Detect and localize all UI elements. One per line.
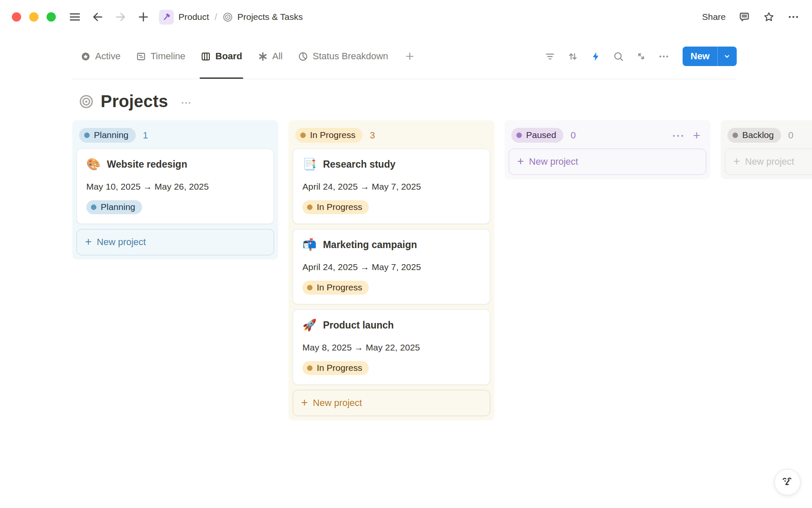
board-column-planning: Planning1🎨Website redesignMay 10, 2025 →… xyxy=(72,120,278,260)
tab-label: Active xyxy=(95,51,121,62)
tab-board[interactable]: Board xyxy=(200,34,242,79)
tab-active[interactable]: Active xyxy=(80,34,121,79)
column-label: In Progress xyxy=(310,130,355,140)
new-project-label: New project xyxy=(745,156,794,167)
new-page-icon[interactable] xyxy=(137,11,150,23)
status-dot-icon xyxy=(91,204,96,210)
card-title-row: 🚀Product launch xyxy=(302,319,480,331)
star-circle-icon xyxy=(80,51,91,62)
minimize-window-button[interactable] xyxy=(29,12,38,22)
column-more-icon[interactable]: ⋯ xyxy=(672,129,684,142)
pie-chart-icon xyxy=(298,51,308,62)
column-status-pill[interactable]: Paused xyxy=(511,128,563,143)
column-status-pill[interactable]: Backlog xyxy=(727,128,781,143)
projects-bullseye-icon xyxy=(79,94,94,109)
breadcrumb-page[interactable]: Projects & Tasks xyxy=(237,12,303,22)
project-card[interactable]: 🎨Website redesignMay 10, 2025 → May 26, … xyxy=(77,149,274,224)
column-header-actions: ⋯+ xyxy=(672,129,703,142)
card-title: Website redesign xyxy=(107,159,187,170)
tab-label: Board xyxy=(215,51,242,62)
add-view-icon[interactable] xyxy=(404,51,415,62)
new-button[interactable]: New xyxy=(683,47,737,66)
project-card[interactable]: 📑Research studyApril 24, 2025 → May 7, 2… xyxy=(293,149,490,224)
status-pill: In Progress xyxy=(302,361,369,375)
plus-icon: + xyxy=(733,156,740,167)
project-card[interactable]: 🚀Product launchMay 8, 2025 → May 22, 202… xyxy=(293,309,490,385)
column-count: 1 xyxy=(143,130,148,141)
status-pill: Planning xyxy=(86,200,142,214)
tab-label: All xyxy=(272,51,283,62)
new-project-button[interactable]: +New project xyxy=(77,229,274,255)
card-status-tag: Planning xyxy=(86,200,264,214)
project-card[interactable]: 📬Marketing campaignApril 24, 2025 → May … xyxy=(293,229,490,304)
favorite-star-icon[interactable] xyxy=(763,11,775,23)
plus-icon: + xyxy=(301,397,308,409)
tab-status-breakdown[interactable]: Status Breakdown xyxy=(298,34,388,79)
new-button-dropdown[interactable] xyxy=(717,47,737,66)
view-options-icon[interactable] xyxy=(658,51,669,62)
new-button-label[interactable]: New xyxy=(683,47,717,66)
close-window-button[interactable] xyxy=(12,12,21,22)
status-dot-icon xyxy=(84,133,90,138)
column-add-icon[interactable]: + xyxy=(693,129,700,142)
status-dot-icon xyxy=(307,285,313,290)
status-dot-icon xyxy=(300,133,306,138)
traffic-lights xyxy=(12,12,56,22)
automations-bolt-icon[interactable] xyxy=(590,51,601,62)
card-emoji-icon: 🎨 xyxy=(86,158,101,171)
page-title: Projects xyxy=(101,92,168,111)
column-count: 0 xyxy=(571,130,576,141)
notion-ai-button[interactable] xyxy=(774,469,801,495)
card-emoji-icon: 🚀 xyxy=(302,319,317,331)
card-status-tag: In Progress xyxy=(302,200,480,214)
tab-timeline[interactable]: Timeline xyxy=(136,34,185,79)
status-dot-icon xyxy=(307,365,313,371)
new-project-label: New project xyxy=(313,398,362,409)
breadcrumb: Product / Projects & Tasks xyxy=(159,10,303,25)
search-icon[interactable] xyxy=(613,51,624,62)
board: Planning1🎨Website redesignMay 10, 2025 →… xyxy=(72,120,812,420)
back-icon[interactable] xyxy=(91,11,104,23)
column-label: Planning xyxy=(94,130,129,140)
timeline-icon xyxy=(136,51,146,62)
filter-icon[interactable] xyxy=(544,51,556,62)
zoom-window-button[interactable] xyxy=(47,12,56,22)
status-label: In Progress xyxy=(317,282,362,293)
teamspace-hammer-icon[interactable] xyxy=(159,10,174,25)
column-count: 0 xyxy=(788,130,793,141)
status-pill: In Progress xyxy=(302,200,369,214)
forward-icon[interactable] xyxy=(114,11,127,23)
status-label: In Progress xyxy=(317,363,362,373)
column-count: 3 xyxy=(370,130,375,141)
new-project-button[interactable]: +New project xyxy=(725,149,812,175)
breadcrumb-team[interactable]: Product xyxy=(178,12,209,22)
status-dot-icon xyxy=(516,133,522,138)
column-status-pill[interactable]: In Progress xyxy=(295,128,362,143)
view-tabbar: Active Timeline Board All xyxy=(72,34,737,79)
new-project-button[interactable]: +New project xyxy=(293,390,490,416)
share-button[interactable]: Share xyxy=(702,12,726,22)
sort-icon[interactable] xyxy=(567,51,579,62)
card-status-tag: In Progress xyxy=(302,281,480,295)
bullseye-icon xyxy=(222,12,233,22)
new-project-button[interactable]: +New project xyxy=(509,149,706,175)
breadcrumb-separator: / xyxy=(214,12,218,22)
card-date-range: May 8, 2025 → May 22, 2025 xyxy=(302,342,480,353)
board-columns-icon xyxy=(200,51,211,62)
card-title-row: 🎨Website redesign xyxy=(86,158,264,171)
title-more-icon[interactable] xyxy=(180,97,192,109)
sidebar-menu-icon[interactable] xyxy=(69,11,81,23)
status-dot-icon xyxy=(307,204,313,210)
tab-all[interactable]: All xyxy=(258,34,283,79)
more-options-icon[interactable] xyxy=(787,11,799,23)
card-title-row: 📬Marketing campaign xyxy=(302,238,480,251)
comments-icon[interactable] xyxy=(738,11,750,23)
card-title: Marketing campaign xyxy=(323,239,417,251)
expand-view-icon[interactable] xyxy=(636,51,647,62)
column-label: Paused xyxy=(526,130,556,140)
board-column-paused: Paused0⋯++New project xyxy=(505,120,710,179)
plus-icon: + xyxy=(85,236,92,248)
column-header-in-progress: In Progress3 xyxy=(293,124,490,149)
window-titlebar: Product / Projects & Tasks Share xyxy=(0,0,812,34)
column-status-pill[interactable]: Planning xyxy=(79,128,136,143)
